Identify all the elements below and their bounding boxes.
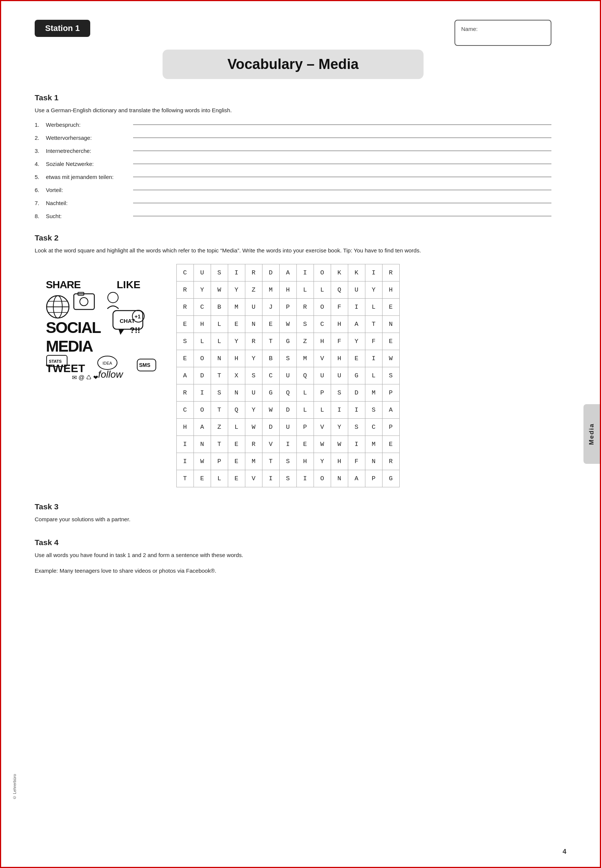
grid-cell: R	[383, 453, 400, 470]
grid-cell: W	[280, 316, 297, 333]
item-line	[133, 177, 551, 177]
grid-cell: H	[297, 453, 314, 470]
grid-cell: D	[194, 367, 211, 384]
grid-cell: F	[331, 299, 348, 316]
grid-cell: I	[331, 401, 348, 419]
grid-cell: I	[297, 470, 314, 487]
grid-cell: G	[383, 470, 400, 487]
item-word: Sucht:	[46, 213, 131, 219]
grid-cell: U	[331, 367, 348, 384]
grid-cell: E	[297, 436, 314, 453]
item-word: Internetrecherche:	[46, 148, 131, 154]
grid-cell: R	[383, 264, 400, 282]
item-num: 6.	[35, 187, 46, 193]
grid-cell: L	[211, 333, 228, 350]
grid-cell: S	[280, 453, 297, 470]
grid-cell: Y	[348, 333, 365, 350]
grid-cell: O	[194, 401, 211, 419]
grid-cell: I	[365, 350, 383, 367]
svg-text:✉ @ ♺ ❤: ✉ @ ♺ ❤	[72, 374, 98, 381]
item-word: Soziale Netzwerke:	[46, 161, 131, 167]
task2-content: SHARE LIKE	[35, 264, 551, 487]
item-line	[133, 203, 551, 203]
side-tab-label: Media	[588, 423, 595, 445]
grid-cell: L	[314, 401, 331, 419]
grid-cell: L	[297, 384, 314, 401]
grid-cell: P	[211, 453, 228, 470]
grid-cell: I	[194, 384, 211, 401]
header-area: Station 1 Name:	[35, 20, 551, 46]
grid-cell: S	[245, 367, 262, 384]
grid-cell: T	[211, 436, 228, 453]
grid-cell: S	[331, 384, 348, 401]
grid-cell: Q	[331, 282, 348, 299]
grid-cell: M	[365, 384, 383, 401]
grid-cell: W	[314, 436, 331, 453]
grid-cell: W	[262, 401, 280, 419]
grid-cell: T	[365, 316, 383, 333]
grid-cell: T	[262, 453, 280, 470]
grid-cell: Y	[314, 453, 331, 470]
grid-cell: Y	[245, 401, 262, 419]
grid-cell: L	[365, 299, 383, 316]
grid-cell: K	[348, 264, 365, 282]
translation-list: 1. Werbespruch: 2. Wettervorhersage: 3. …	[35, 122, 551, 219]
grid-cell: N	[211, 350, 228, 367]
grid-cell: P	[365, 470, 383, 487]
station-badge: Station 1	[35, 20, 90, 37]
grid-cell: V	[314, 350, 331, 367]
grid-cell: L	[297, 282, 314, 299]
grid-cell: L	[297, 401, 314, 419]
grid-cell: Z	[245, 282, 262, 299]
grid-cell: I	[228, 264, 245, 282]
translation-item: 6. Vorteil:	[35, 187, 551, 193]
grid-row: ADTXSCUQUUGLS	[177, 367, 400, 384]
grid-cell: P	[297, 419, 314, 436]
word-search-container: CUSIRDAIOKKIRRYWYZMHLLQUYHRCBMUJPROFILEE…	[176, 264, 400, 487]
grid-cell: W	[331, 436, 348, 453]
grid-cell: H	[331, 350, 348, 367]
grid-cell: R	[177, 299, 194, 316]
svg-text:follow: follow	[98, 369, 124, 380]
grid-cell: I	[280, 436, 297, 453]
task1-description: Use a German-English dictionary and tran…	[35, 106, 551, 115]
grid-cell: T	[211, 367, 228, 384]
task3-heading: Task 3	[35, 502, 551, 511]
svg-text:+1: +1	[134, 314, 140, 320]
grid-cell: D	[280, 401, 297, 419]
word-search-grid: CUSIRDAIOKKIRRYWYZMHLLQUYHRCBMUJPROFILEE…	[176, 264, 400, 487]
grid-cell: U	[280, 419, 297, 436]
grid-cell: N	[365, 453, 383, 470]
grid-cell: P	[383, 419, 400, 436]
item-line	[133, 151, 551, 151]
grid-cell: H	[383, 282, 400, 299]
task2-description: Look at the word square and highlight al…	[35, 246, 551, 255]
grid-row: SLLYRTGZHFYFE	[177, 333, 400, 350]
grid-cell: M	[262, 282, 280, 299]
item-word: Werbespruch:	[46, 122, 131, 128]
grid-cell: K	[331, 264, 348, 282]
item-line	[133, 190, 551, 190]
grid-cell: N	[331, 470, 348, 487]
grid-cell: I	[177, 453, 194, 470]
translation-item: 5. etwas mit jemandem teilen:	[35, 174, 551, 180]
grid-cell: T	[177, 470, 194, 487]
grid-cell: S	[177, 333, 194, 350]
item-num: 4.	[35, 161, 46, 167]
grid-cell: A	[348, 316, 365, 333]
grid-cell: P	[314, 384, 331, 401]
svg-text:SHARE: SHARE	[46, 279, 81, 290]
grid-cell: V	[314, 419, 331, 436]
grid-cell: W	[245, 419, 262, 436]
grid-cell: I	[297, 264, 314, 282]
svg-text:LIKE: LIKE	[117, 279, 140, 290]
grid-cell: M	[297, 350, 314, 367]
task1-section: Task 1 Use a German-English dictionary a…	[35, 93, 551, 219]
grid-cell: H	[177, 419, 194, 436]
grid-cell: Y	[194, 282, 211, 299]
task1-heading: Task 1	[35, 93, 551, 102]
grid-cell: G	[348, 367, 365, 384]
grid-cell: E	[177, 350, 194, 367]
grid-cell: D	[262, 419, 280, 436]
grid-cell: E	[383, 299, 400, 316]
